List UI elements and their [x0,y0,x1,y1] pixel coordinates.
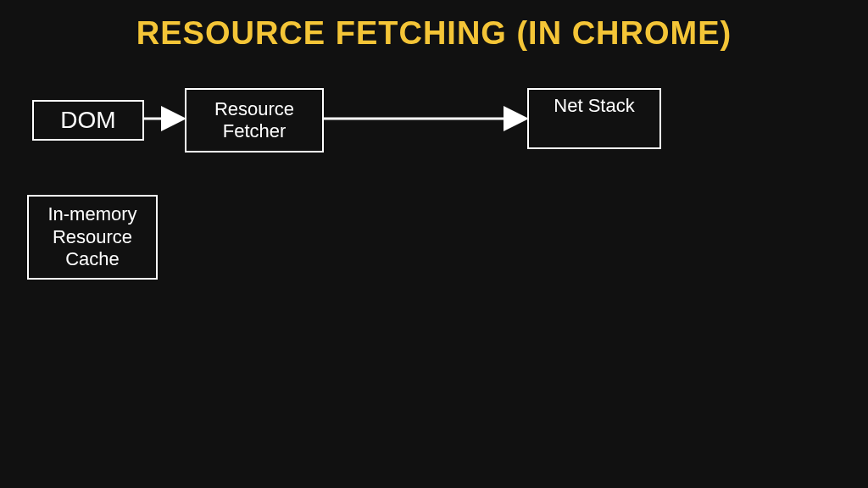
slide: RESOURCE FETCHING (IN CHROME) DOM Resour… [0,0,868,488]
node-resource-fetcher: ResourceFetcher [185,88,324,152]
node-net-stack: Net Stack [527,88,661,149]
node-in-memory-cache: In-memoryResourceCache [27,195,158,280]
node-in-memory-cache-label: In-memoryResourceCache [47,203,136,270]
node-net-stack-label: Net Stack [554,95,634,117]
node-dom-label: DOM [60,106,115,135]
slide-title: RESOURCE FETCHING (IN CHROME) [0,15,868,52]
node-resource-fetcher-label: ResourceFetcher [214,98,294,143]
node-dom: DOM [32,100,144,141]
